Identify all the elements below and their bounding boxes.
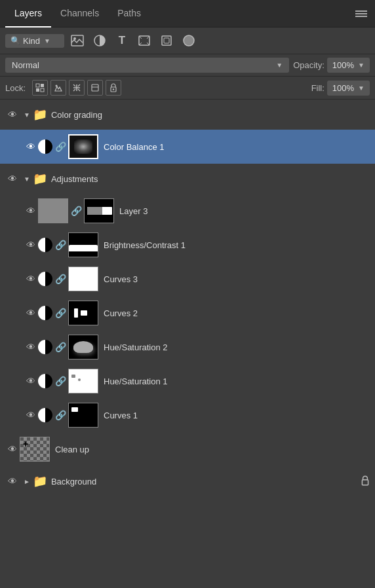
svg-rect-11	[36, 84, 39, 87]
layer-cleanup[interactable]: 👁 + Clean up	[0, 432, 375, 466]
filter-type-icon[interactable]: T	[113, 31, 131, 50]
lock-icons-group	[32, 80, 121, 96]
layer-color-balance-1[interactable]: 👁 🔗 Color Balance 1	[0, 130, 375, 164]
filter-shape-icon[interactable]	[135, 31, 153, 50]
svg-rect-14	[41, 88, 44, 92]
panel-menu[interactable]	[353, 8, 370, 20]
thumb-container: 🔗	[38, 198, 114, 223]
layer-name: Curves 2	[104, 308, 370, 318]
eye-icon[interactable]: 👁	[5, 107, 20, 122]
layer-name: Hue/Saturation 2	[104, 342, 370, 352]
layer-thumbnail	[68, 232, 98, 257]
expand-icon[interactable]: ▼	[24, 111, 30, 119]
svg-point-25	[113, 88, 114, 90]
thumb-container: +	[20, 437, 50, 462]
expand-icon[interactable]: ►	[24, 478, 30, 485]
eye-icon[interactable]: 👁	[24, 340, 38, 354]
layer-thumbnail	[38, 198, 68, 223]
layer-curves-2[interactable]: 👁 🔗 Curves 2	[0, 296, 375, 330]
filter-circle-icon[interactable]	[180, 31, 198, 50]
folder-icon: 📁	[33, 474, 47, 488]
blend-mode-select[interactable]: Normal ▼	[5, 58, 289, 73]
layer-name: Background	[51, 477, 361, 487]
link-icon: 🔗	[55, 139, 66, 154]
layer-name: Color grading	[51, 110, 370, 120]
eye-icon[interactable]: 👁	[24, 272, 38, 286]
thumb-container: 🔗	[38, 301, 98, 325]
tab-paths[interactable]: Paths	[108, 0, 150, 28]
adj-icon	[38, 340, 52, 354]
layer-name: Curves 1	[104, 411, 370, 420]
eye-icon[interactable]: 👁	[5, 442, 20, 456]
eye-icon[interactable]: 👁	[24, 306, 38, 320]
layer-group-adjustments[interactable]: 👁 ▼ 📁 Adjustments	[0, 164, 375, 194]
svg-rect-13	[36, 88, 39, 92]
adj-icon	[38, 238, 52, 252]
thumb-container: 🔗	[38, 369, 98, 394]
layer-name: Curves 3	[104, 274, 370, 284]
adj-icon	[38, 272, 52, 286]
expand-icon[interactable]: ▼	[24, 175, 30, 183]
layer-thumbnail	[68, 335, 98, 359]
blend-mode-value: Normal	[12, 60, 39, 70]
thumb-container: 🔗	[38, 134, 98, 159]
eye-icon[interactable]: 👁	[24, 374, 38, 388]
layer-group-color-grading[interactable]: 👁 ▼ 📁 Color grading	[0, 100, 375, 130]
lock-pixels-icon[interactable]	[32, 80, 48, 96]
lock-badge-icon	[361, 475, 370, 488]
folder-icon: 📁	[33, 172, 47, 186]
layer-hue-saturation-1[interactable]: 👁 🔗 Hue/Saturation 1	[0, 364, 375, 398]
fill-group: Fill: 100% ▼	[311, 81, 370, 96]
link-icon: 🔗	[55, 238, 66, 252]
layer-name: Brightness/Contrast 1	[104, 240, 370, 250]
lock-label: Lock:	[5, 83, 26, 93]
adj-icon	[38, 408, 52, 422]
folder-icon: 📁	[33, 107, 47, 122]
tab-layers[interactable]: Layers	[5, 0, 51, 28]
thumb-container: 🔗	[38, 266, 98, 291]
eye-icon[interactable]: 👁	[24, 204, 38, 218]
kind-select[interactable]: 🔍 Kind ▼	[5, 34, 64, 48]
lock-crop-icon[interactable]	[87, 80, 103, 96]
svg-point-1	[73, 37, 76, 40]
layer-hue-saturation-2[interactable]: 👁 🔗 Hue/Saturation 2	[0, 330, 375, 364]
layer-curves-1[interactable]: 👁 🔗 Curves 1	[0, 398, 375, 432]
fill-label: Fill:	[311, 83, 325, 93]
opacity-value[interactable]: 100% ▼	[327, 58, 370, 73]
layer-name: Hue/Saturation 1	[104, 377, 370, 386]
layer-brightness-contrast-1[interactable]: 👁 🔗 Brightness/Contrast 1	[0, 228, 375, 262]
layer-group-background[interactable]: 👁 ► 📁 Background	[0, 466, 375, 496]
filter-image-icon[interactable]	[68, 31, 87, 50]
eye-icon[interactable]: 👁	[24, 238, 38, 252]
eye-icon[interactable]: 👁	[24, 408, 38, 422]
layer-curves-3[interactable]: 👁 🔗 Curves 3	[0, 262, 375, 296]
filter-adjustment-icon[interactable]	[90, 31, 109, 50]
fill-value[interactable]: 100% ▼	[327, 81, 370, 96]
lock-row: Lock: Fill: 100% ▼	[0, 77, 375, 100]
layer-layer3[interactable]: 👁 🔗 Layer 3	[0, 194, 375, 228]
layer-name: Clean up	[55, 445, 370, 454]
tab-channels[interactable]: Channels	[51, 0, 108, 28]
svg-line-18	[73, 84, 75, 86]
link-icon: 🔗	[55, 340, 66, 354]
lock-paint-icon[interactable]	[50, 80, 66, 96]
fill-chevron-icon: ▼	[358, 84, 365, 92]
thumb-container: 🔗	[38, 232, 98, 257]
eye-icon[interactable]: 👁	[24, 139, 38, 154]
svg-rect-12	[41, 84, 44, 87]
filter-smart-icon[interactable]	[157, 31, 176, 50]
svg-point-10	[184, 35, 194, 46]
svg-line-21	[78, 89, 80, 91]
lock-all-icon[interactable]	[106, 80, 121, 96]
thumb-container: 🔗	[38, 403, 98, 428]
eye-icon[interactable]: 👁	[5, 474, 20, 488]
search-icon: 🔍	[10, 36, 20, 45]
tab-bar: Layers Channels Paths	[0, 0, 375, 28]
layers-panel: Layers Channels Paths 🔍 Kind ▼ T	[0, 0, 375, 509]
eye-icon[interactable]: 👁	[5, 172, 20, 186]
adj-icon	[38, 139, 52, 154]
lock-position-icon[interactable]	[69, 80, 85, 96]
layer-thumbnail	[68, 369, 98, 394]
link-icon: 🔗	[55, 408, 66, 422]
link-icon: 🔗	[55, 272, 66, 286]
